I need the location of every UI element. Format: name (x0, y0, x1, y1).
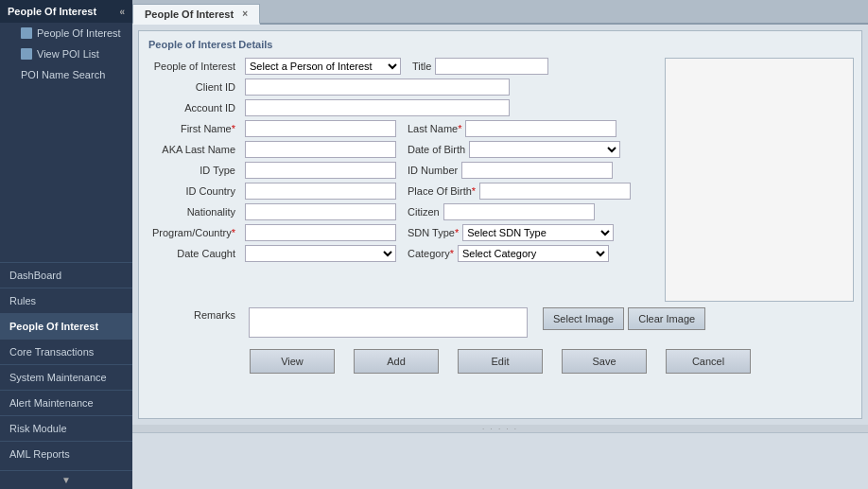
form-row-program-sdn: Program/Country* SDN Type* Select SDN Ty… (147, 224, 655, 241)
input-account-id[interactable] (245, 99, 510, 116)
label-remarks: Remarks (147, 307, 241, 321)
nav-item-alert-maintenance[interactable]: Alert Maintenance (0, 390, 132, 415)
label-id-number: ID Number (408, 165, 458, 176)
input-id-number[interactable] (461, 162, 613, 179)
input-last-name[interactable] (465, 120, 616, 137)
form-row-aka-dob: AKA Last Name Date of Birth (147, 141, 655, 158)
form-row-id: ID Type ID Number (147, 162, 655, 179)
tab-people-of-interest[interactable]: People Of Interest × (132, 4, 260, 25)
remarks-row: Remarks Select Image Clear Image (147, 307, 854, 338)
sidebar-collapse-icon[interactable]: « (119, 7, 125, 17)
nav-item-people-of-interest[interactable]: People Of Interest (0, 313, 132, 339)
image-buttons: Select Image Clear Image (543, 307, 705, 330)
action-buttons-row: View Add Edit Save Cancel (147, 345, 854, 377)
input-remarks[interactable] (249, 307, 528, 338)
label-account-id: Account ID (147, 102, 241, 114)
label-nationality: Nationality (147, 206, 241, 218)
input-nationality[interactable] (245, 203, 396, 220)
label-citizen: Citizen (408, 206, 440, 218)
label-first-name: First Name* (147, 123, 241, 134)
select-date-caught[interactable] (245, 245, 396, 262)
label-sdn-type: SDN Type* (408, 227, 459, 238)
label-title: Title (412, 61, 431, 72)
label-people-of-interest: People of Interest (147, 61, 241, 72)
input-place-of-birth[interactable] (479, 183, 631, 200)
tab-label: People Of Interest (145, 9, 234, 20)
view-button[interactable]: View (250, 349, 335, 374)
sidebar-item-label: View POI List (37, 48, 99, 60)
input-title[interactable] (435, 58, 548, 75)
input-aka-last-name[interactable] (245, 141, 396, 158)
input-program-country[interactable] (245, 224, 396, 241)
form-row-name: First Name* Last Name* (147, 120, 655, 137)
label-last-name: Last Name* (408, 123, 461, 134)
sidebar: People Of Interest « People Of Interest … (0, 0, 132, 489)
input-first-name[interactable] (245, 120, 396, 137)
label-aka-last-name: AKA Last Name (147, 144, 241, 155)
sidebar-item-view-poi-list[interactable]: View POI List (0, 44, 132, 64)
label-category: Category* (408, 248, 454, 259)
input-citizen[interactable] (443, 203, 595, 220)
form-row-id-country-pob: ID Country Place Of Birth* (147, 183, 655, 200)
sidebar-bottom-arrow[interactable]: ▼ (0, 470, 132, 489)
label-date-caught: Date Caught (147, 248, 241, 259)
tab-close-icon[interactable]: × (242, 9, 248, 19)
sidebar-item-people-of-interest[interactable]: People Of Interest (0, 23, 132, 44)
select-image-button[interactable]: Select Image (543, 307, 624, 330)
form-section-title: People of Interest Details (147, 39, 854, 50)
image-area (665, 58, 854, 302)
nav-item-dashboard[interactable]: DashBoard (0, 262, 132, 288)
main-content: People Of Interest × People of Interest … (132, 0, 868, 489)
nav-item-core-transactions[interactable]: Core Transactions (0, 339, 132, 364)
sidebar-item-label: People Of Interest (37, 27, 121, 39)
form-row-account-id: Account ID (147, 99, 655, 116)
form-fields: People of Interest Select a Person of In… (147, 58, 655, 302)
label-program-country: Program/Country* (147, 227, 241, 238)
bottom-area (132, 432, 868, 489)
label-date-of-birth: Date of Birth (408, 144, 465, 155)
nav-item-aml-reports[interactable]: AML Reports (0, 441, 132, 466)
list-icon (21, 48, 32, 60)
form-row-poi: People of Interest Select a Person of In… (147, 58, 655, 75)
label-client-id: Client ID (147, 81, 241, 93)
label-id-country: ID Country (147, 185, 241, 197)
form-row-client-id: Client ID (147, 79, 655, 96)
label-id-type: ID Type (147, 165, 241, 176)
nav-item-system-maintenance[interactable]: System Maintenance (0, 364, 132, 390)
select-sdn-type[interactable]: Select SDN Type (462, 224, 614, 241)
form-row-date-caught-category: Date Caught Category* Select Category (147, 245, 655, 262)
input-id-country[interactable] (245, 183, 396, 200)
nav-item-rules[interactable]: Rules (0, 288, 132, 313)
form-row-nationality-citizen: Nationality Citizen (147, 203, 655, 220)
add-button[interactable]: Add (354, 349, 439, 374)
label-place-of-birth: Place Of Birth* (408, 185, 476, 197)
sidebar-item-label: POI Name Search (21, 69, 105, 80)
clear-image-button[interactable]: Clear Image (628, 307, 705, 330)
person-icon (21, 27, 32, 39)
save-button[interactable]: Save (562, 349, 647, 374)
tab-bar: People Of Interest × (132, 0, 868, 25)
cancel-button[interactable]: Cancel (666, 349, 751, 374)
input-id-type[interactable] (245, 162, 396, 179)
select-people-of-interest[interactable]: Select a Person of Interest (245, 58, 401, 75)
edit-button[interactable]: Edit (458, 349, 543, 374)
select-category[interactable]: Select Category (458, 245, 609, 262)
sidebar-item-poi-name-search[interactable]: POI Name Search (0, 64, 132, 85)
sidebar-nav: DashBoard Rules People Of Interest Core … (0, 85, 132, 470)
sidebar-title: People Of Interest (8, 6, 96, 17)
resize-handle[interactable]: · · · · · (132, 425, 868, 432)
form-container: People of Interest Details People of Int… (138, 30, 862, 419)
nav-item-risk-module[interactable]: Risk Module (0, 415, 132, 441)
form-body: People of Interest Select a Person of In… (147, 58, 854, 302)
input-client-id[interactable] (245, 79, 510, 96)
select-date-of-birth[interactable] (469, 141, 620, 158)
sidebar-header: People Of Interest « (0, 0, 132, 23)
